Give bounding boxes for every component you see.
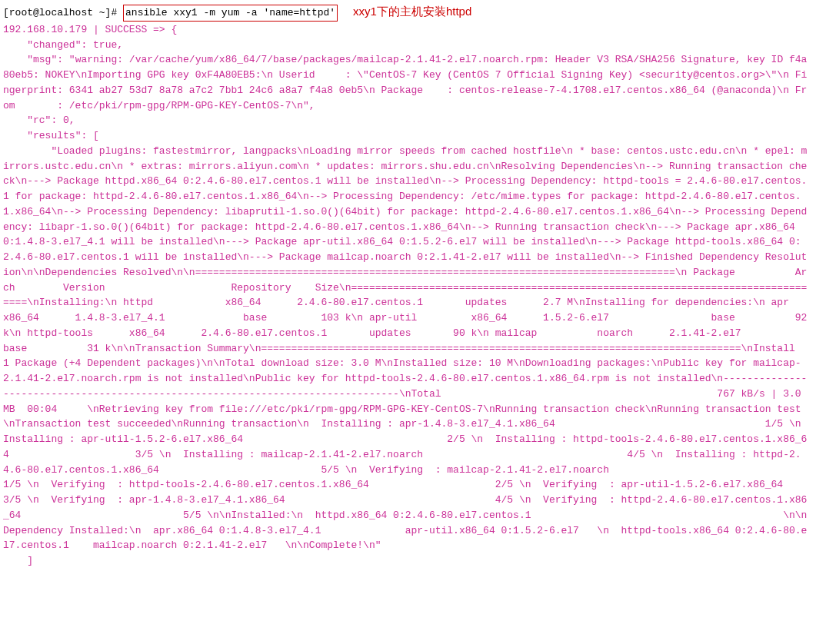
- command-line: [root@localhost ~]# ansible xxy1 -m yum …: [3, 3, 813, 22]
- annotation-text: xxy1下的主机安装httpd: [353, 3, 471, 21]
- ansible-output: 192.168.10.179 | SUCCESS => { "changed":…: [3, 22, 813, 569]
- shell-prompt: [root@localhost ~]#: [3, 5, 117, 21]
- ansible-command: ansible xxy1 -m yum -a 'name=httpd': [123, 5, 338, 22]
